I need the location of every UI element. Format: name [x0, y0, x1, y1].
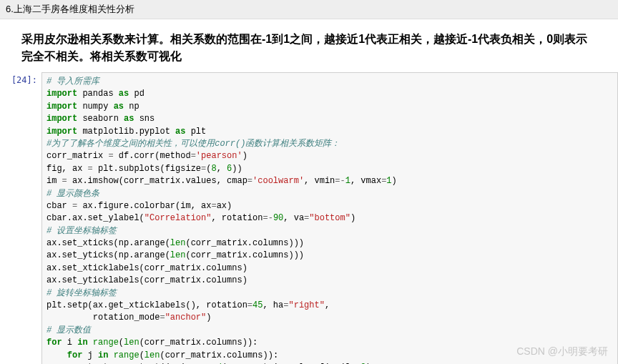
code-comment: # 显示数值: [46, 325, 91, 335]
code-comment: #为了了解各个维度之间的相关性，可以使用corr()函数计算相关系数矩阵：: [46, 139, 340, 149]
section-title: 6.上海二手房各维度相关性分析: [6, 4, 134, 14]
code-cell[interactable]: # 导入所需库 import pandas as pd import numpy…: [41, 72, 618, 364]
section-header: 6.上海二手房各维度相关性分析: [0, 0, 618, 19]
markdown-heading: 采用皮尔逊相关系数来计算。相关系数的范围在-1到1之间，越接近1代表正相关，越接…: [21, 31, 597, 65]
code-comment: # 导入所需库: [46, 77, 99, 87]
code-comment: # 旋转坐标轴标签: [46, 288, 117, 298]
markdown-cell: 采用皮尔逊相关系数来计算。相关系数的范围在-1到1之间，越接近1代表正相关，越接…: [0, 19, 618, 72]
code-comment: # 设置坐标轴标签: [46, 226, 117, 236]
code-comment: # 显示颜色条: [46, 189, 99, 199]
cell-prompt: [24]:: [0, 72, 41, 85]
